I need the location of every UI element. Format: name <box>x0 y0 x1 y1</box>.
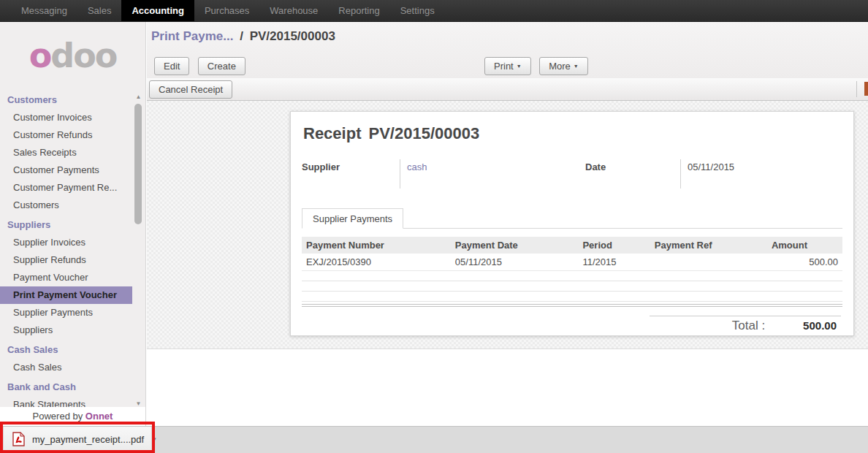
tab-row: Supplier Payments <box>302 208 842 228</box>
sidebar: odoo Customers Customer Invoices Custome… <box>0 22 146 426</box>
main-header: Print Payme... / PV/2015/00003 Edit Crea… <box>147 22 868 78</box>
date-field-group: Date 05/11/2015 <box>572 159 842 189</box>
payment-row[interactable]: EXJ/2015/0390 05/11/2015 11/2015 500.00 <box>302 254 842 271</box>
sidebar-item-supplier-refunds[interactable]: Supplier Refunds <box>0 251 132 269</box>
pdf-file-icon <box>12 432 25 446</box>
menu-settings[interactable]: Settings <box>390 0 445 21</box>
col-payment-number: Payment Number <box>302 237 451 254</box>
sidebar-scrollbar[interactable]: ▲ ▼ <box>134 93 143 408</box>
chevron-down-icon: ▼ <box>514 64 522 69</box>
supplier-value-link[interactable]: cash <box>400 159 572 189</box>
odoo-app-window: Messaging Sales Accounting Purchases War… <box>0 0 868 453</box>
chevron-down-icon: ▼ <box>571 64 579 69</box>
powered-by-text: Powered by <box>33 411 83 422</box>
section-suppliers: Suppliers <box>0 214 145 234</box>
receipt-card: ReceiptPV/2015/00003 Supplier cash Date … <box>290 111 854 336</box>
sidebar-item-sales-receipts[interactable]: Sales Receipts <box>0 144 132 161</box>
receipt-title-label: Receipt <box>303 124 361 142</box>
print-more-group: Print▼ More▼ <box>484 57 593 75</box>
sidebar-item-supplier-invoices[interactable]: Supplier Invoices <box>0 234 132 251</box>
logo-rest: doo <box>50 36 116 75</box>
cancel-receipt-button[interactable]: Cancel Receipt <box>149 80 232 99</box>
supplier-field-group: Supplier cash <box>302 159 572 189</box>
table-footer-separator <box>302 304 842 307</box>
sidebar-item-customer-refunds[interactable]: Customer Refunds <box>0 126 132 144</box>
cell-amount: 500.00 <box>767 254 842 271</box>
download-filename: my_payment_receipt....pdf <box>32 434 144 445</box>
col-payment-date: Payment Date <box>451 237 579 254</box>
top-menu-bar: Messaging Sales Accounting Purchases War… <box>0 0 868 22</box>
print-dropdown-button[interactable]: Print▼ <box>484 57 531 75</box>
sidebar-item-print-payment-voucher[interactable]: Print Payment Voucher <box>0 286 132 304</box>
tab-supplier-payments[interactable]: Supplier Payments <box>302 208 403 229</box>
supplier-payments-table: Payment Number Payment Date Period Payme… <box>302 237 842 302</box>
more-dropdown-button[interactable]: More▼ <box>539 57 588 75</box>
menu-sales[interactable]: Sales <box>77 0 122 21</box>
download-shelf: my_payment_receipt....pdf ▼ <box>0 426 868 453</box>
scrollbar-thumb[interactable] <box>134 104 142 224</box>
cell-payment-date: 05/11/2015 <box>451 254 579 271</box>
breadcrumb-parent-link[interactable]: Print Payme... <box>151 29 233 43</box>
date-value: 05/11/2015 <box>680 159 842 189</box>
section-cash-sales: Cash Sales <box>0 339 145 359</box>
download-item[interactable]: my_payment_receipt....pdf ▼ <box>4 427 151 452</box>
empty-table-row <box>302 281 842 292</box>
col-payment-ref: Payment Ref <box>650 237 767 254</box>
total-separator-line <box>650 316 841 316</box>
total-row: Total : 500.00 <box>302 319 842 333</box>
sidebar-item-supplier-payments[interactable]: Supplier Payments <box>0 304 132 321</box>
field-row: Supplier cash Date 05/11/2015 <box>302 159 842 189</box>
menu-reporting[interactable]: Reporting <box>328 0 389 21</box>
empty-table-row <box>302 271 842 281</box>
breadcrumb-separator: / <box>237 29 246 43</box>
cell-payment-ref <box>650 254 767 271</box>
cell-payment-number: EXJ/2015/0390 <box>302 254 451 271</box>
breadcrumb-current: PV/2015/00003 <box>250 29 335 43</box>
logo-letter-o: o <box>29 36 51 75</box>
col-period: Period <box>578 237 650 254</box>
table-header-row: Payment Number Payment Date Period Payme… <box>302 237 842 254</box>
lower-white-strip <box>147 350 868 426</box>
empty-table-row <box>302 292 842 302</box>
odoo-logo: odoo <box>0 22 145 89</box>
total-label: Total : <box>732 319 765 333</box>
menu-purchases[interactable]: Purchases <box>194 0 259 21</box>
receipt-title: ReceiptPV/2015/00003 <box>303 124 842 143</box>
sidebar-item-cash-sales[interactable]: Cash Sales <box>0 359 132 376</box>
powered-by-footer: Powered by Onnet <box>0 407 145 426</box>
sidebar-item-suppliers[interactable]: Suppliers <box>0 321 132 339</box>
col-amount: Amount <box>767 237 842 254</box>
menu-messaging[interactable]: Messaging <box>11 0 77 21</box>
download-menu-chevron-icon[interactable]: ▼ <box>151 436 157 443</box>
date-label: Date <box>572 159 680 189</box>
breadcrumb: Print Payme... / PV/2015/00003 <box>151 29 335 44</box>
menu-warehouse[interactable]: Warehouse <box>259 0 328 21</box>
edit-create-group: Edit Create <box>154 57 251 75</box>
onnet-brand-link[interactable]: Onnet <box>85 411 113 422</box>
menu-accounting[interactable]: Accounting <box>121 0 194 21</box>
sidebar-item-payment-voucher[interactable]: Payment Voucher <box>0 269 132 286</box>
edit-button[interactable]: Edit <box>154 57 189 75</box>
create-button[interactable]: Create <box>198 57 245 75</box>
total-value: 500.00 <box>803 319 837 332</box>
sidebar-item-customer-payment-re[interactable]: Customer Payment Re... <box>0 179 132 197</box>
status-bar: Cancel Receipt <box>147 78 868 101</box>
sidebar-item-customers[interactable]: Customers <box>0 197 132 214</box>
cell-period: 11/2015 <box>578 254 650 271</box>
statusbar-divider <box>856 81 857 97</box>
section-customers: Customers <box>0 89 145 109</box>
sidebar-item-customer-payments[interactable]: Customer Payments <box>0 161 132 179</box>
scroll-up-icon[interactable]: ▲ <box>134 93 143 102</box>
receipt-number: PV/2015/00003 <box>361 124 479 142</box>
sidebar-item-customer-invoices[interactable]: Customer Invoices <box>0 109 132 126</box>
form-content-area: ReceiptPV/2015/00003 Supplier cash Date … <box>147 101 868 349</box>
supplier-label: Supplier <box>302 159 400 189</box>
section-bank-and-cash: Bank and Cash <box>0 376 145 396</box>
clipped-status-widget <box>864 82 868 96</box>
